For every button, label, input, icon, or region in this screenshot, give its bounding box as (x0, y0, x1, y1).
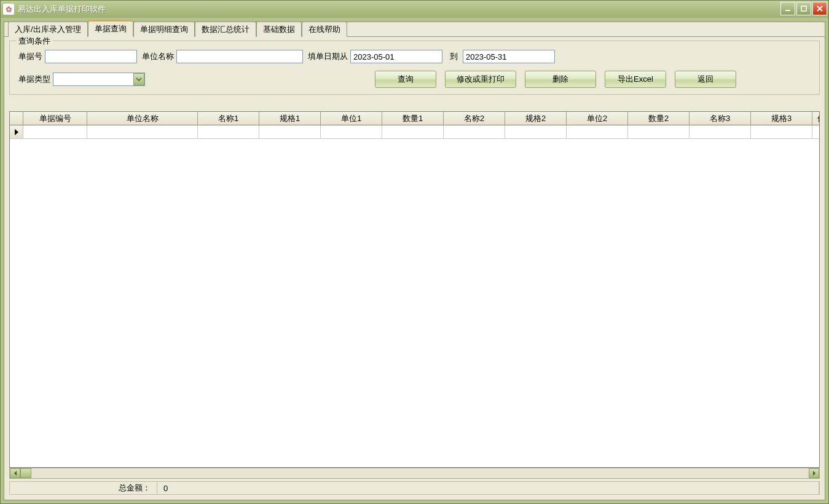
grid-empty-row[interactable] (10, 125, 819, 139)
query-conditions-group: 查询条件 单据号 单位名称 填单日期从 到 单据类型 (9, 41, 820, 95)
row-indicator (10, 125, 23, 138)
tab-strip: 入库/出库录入管理 单据查询 单据明细查询 数据汇总统计 基础数据 在线帮助 (4, 22, 825, 37)
grid-header: 单据编号 单位名称 名称1 规格1 单位1 数量1 名称2 规格2 单位2 数量… (10, 112, 819, 125)
grid-col-indicator[interactable] (10, 112, 23, 125)
tab-base-data[interactable]: 基础数据 (256, 22, 302, 37)
title-bar: ✿ 易达出入库单据打印软件 (1, 1, 828, 18)
label-doc-no: 单据号 (18, 51, 42, 62)
tab-detail-query[interactable]: 单据明细查询 (133, 22, 195, 37)
modify-reprint-button[interactable]: 修改或重打印 (445, 71, 516, 88)
grid-col-spec1[interactable]: 规格1 (259, 112, 321, 125)
grid-cell[interactable] (751, 125, 812, 138)
grid-cell[interactable] (23, 125, 87, 138)
status-bar: 总金额： 0 (9, 481, 820, 495)
input-doc-no[interactable] (45, 50, 137, 63)
results-grid: 单据编号 单位名称 名称1 规格1 单位1 数量1 名称2 规格2 单位2 数量… (9, 111, 820, 468)
main-window: ✿ 易达出入库单据打印软件 入库/出库录入管理 单据查询 单据明细查询 数据汇总… (0, 0, 829, 504)
grid-cell[interactable] (382, 125, 444, 138)
status-total-value: 0 (157, 482, 819, 494)
status-total-label: 总金额： (10, 482, 157, 494)
scroll-right-button[interactable] (809, 468, 819, 478)
label-date-from: 填单日期从 (308, 51, 348, 62)
scroll-left-button[interactable] (10, 468, 20, 478)
grid-col-name2[interactable]: 名称2 (444, 112, 505, 125)
grid-cell[interactable] (259, 125, 321, 138)
minimize-icon (784, 5, 792, 12)
query-legend: 查询条件 (16, 36, 53, 47)
label-unit-name: 单位名称 (142, 51, 174, 62)
svg-rect-1 (801, 6, 806, 11)
delete-button[interactable]: 删除 (525, 71, 596, 88)
grid-col-qty1[interactable]: 数量1 (382, 112, 444, 125)
grid-cell[interactable] (505, 125, 567, 138)
close-button[interactable] (812, 2, 827, 15)
input-date-to[interactable] (463, 50, 555, 63)
combo-doc-type-input[interactable] (53, 73, 145, 86)
grid-col-doc-no[interactable]: 单据编号 (23, 112, 87, 125)
tab-summary-stats[interactable]: 数据汇总统计 (195, 22, 256, 37)
combo-doc-type-button[interactable] (133, 73, 144, 85)
client-area: 入库/出库录入管理 单据查询 单据明细查询 数据汇总统计 基础数据 在线帮助 查… (4, 22, 825, 500)
back-button[interactable]: 返回 (675, 71, 736, 88)
grid-cell[interactable] (87, 125, 198, 138)
window-title: 易达出入库单据打印软件 (18, 4, 106, 15)
grid-col-name1[interactable]: 名称1 (198, 112, 259, 125)
query-row-2: 单据类型 查询 修改或重打印 删除 导出Excel 返回 (16, 71, 813, 88)
label-doc-type: 单据类型 (18, 74, 50, 85)
grid-cell[interactable] (628, 125, 690, 138)
export-excel-button[interactable]: 导出Excel (605, 71, 666, 88)
chevron-left-icon (13, 471, 18, 476)
grid-cell[interactable] (690, 125, 751, 138)
query-row-1: 单据号 单位名称 填单日期从 到 (16, 50, 813, 63)
grid-col-spec2[interactable]: 规格2 (505, 112, 567, 125)
tab-online-help[interactable]: 在线帮助 (302, 22, 347, 37)
app-icon: ✿ (3, 4, 14, 15)
label-to: 到 (450, 51, 458, 62)
maximize-button[interactable] (796, 2, 811, 15)
tab-doc-query[interactable]: 单据查询 (88, 20, 133, 37)
grid-cell[interactable] (812, 125, 820, 138)
chevron-right-icon (812, 471, 817, 476)
grid-col-unit-name[interactable]: 单位名称 (87, 112, 198, 125)
grid-col-spec3[interactable]: 规格3 (751, 112, 812, 125)
close-icon (816, 5, 823, 12)
combo-doc-type[interactable] (53, 73, 145, 86)
current-row-icon (14, 129, 19, 135)
grid-cell[interactable] (321, 125, 382, 138)
maximize-icon (800, 5, 807, 12)
scrollbar-track[interactable] (20, 468, 809, 478)
grid-cell[interactable] (198, 125, 259, 138)
tab-entry-mgmt[interactable]: 入库/出库录入管理 (8, 22, 88, 37)
chevron-down-icon (136, 76, 142, 82)
grid-cell[interactable] (444, 125, 505, 138)
scrollbar-thumb[interactable] (20, 468, 31, 478)
grid-col-unit3partial[interactable]: 位 (812, 112, 820, 125)
horizontal-scrollbar[interactable] (9, 468, 820, 479)
search-button[interactable]: 查询 (375, 71, 436, 88)
grid-col-name3[interactable]: 名称3 (690, 112, 751, 125)
input-unit-name[interactable] (176, 50, 303, 63)
grid-cell[interactable] (567, 125, 628, 138)
minimize-button[interactable] (780, 2, 795, 15)
grid-col-unit1[interactable]: 单位1 (321, 112, 382, 125)
grid-col-qty2[interactable]: 数量2 (628, 112, 690, 125)
action-buttons: 查询 修改或重打印 删除 导出Excel 返回 (366, 71, 736, 88)
svg-rect-0 (785, 10, 790, 11)
grid-col-unit2[interactable]: 单位2 (567, 112, 628, 125)
input-date-from[interactable] (350, 50, 442, 63)
window-controls (780, 2, 827, 15)
